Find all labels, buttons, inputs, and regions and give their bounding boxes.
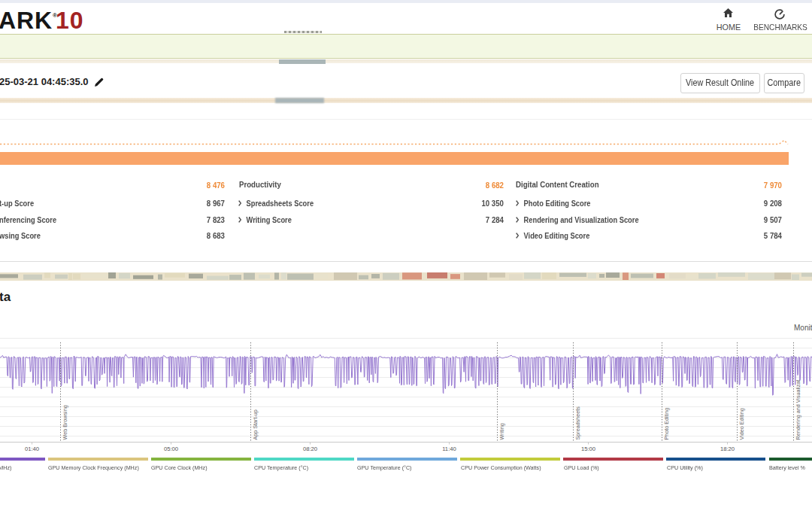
svg-text:08:20: 08:20 bbox=[303, 446, 317, 452]
svg-text:Video Editing: Video Editing bbox=[738, 408, 745, 440]
svg-text:App Start-up: App Start-up bbox=[252, 409, 259, 440]
svg-text:05:00: 05:00 bbox=[164, 446, 178, 452]
svg-text:Web Browsing: Web Browsing bbox=[62, 405, 68, 440]
svg-text:18:20: 18:20 bbox=[720, 446, 735, 452]
svg-text:01:40: 01:40 bbox=[25, 446, 39, 452]
svg-text:11:40: 11:40 bbox=[442, 446, 456, 452]
svg-text:15:00: 15:00 bbox=[581, 446, 595, 452]
svg-text:Spreadsheets: Spreadsheets bbox=[574, 406, 581, 440]
svg-text:Photo Editing: Photo Editing bbox=[663, 408, 670, 440]
svg-text:Writing: Writing bbox=[498, 423, 505, 440]
svg-text:Rendering and Visualizat: Rendering and Visualizat bbox=[795, 380, 801, 440]
